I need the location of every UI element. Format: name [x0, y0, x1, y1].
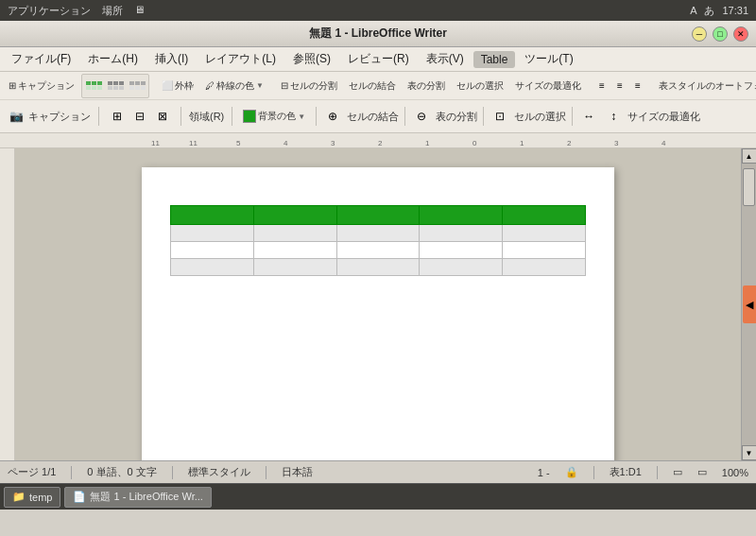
table-layout-icon-3[interactable]: ⊠ — [152, 106, 173, 127]
table-cell[interactable] — [420, 206, 503, 225]
table-row — [171, 225, 586, 242]
table-cell[interactable] — [336, 206, 420, 225]
table-cell[interactable] — [336, 225, 420, 242]
zoom-level-icon-1: ▭ — [673, 466, 682, 478]
table-layout-icon-1[interactable]: ⊞ — [107, 106, 128, 127]
align-left-btn[interactable]: ≡ — [593, 78, 610, 95]
split-label-text: 表の分割 — [436, 110, 477, 124]
table-grid-icon-2 — [108, 81, 124, 90]
zoom-level: 100% — [722, 467, 748, 478]
merge-label-text: セルの結合 — [347, 110, 399, 124]
optimize-size-label: サイズの最適化 — [515, 79, 581, 93]
table-cell[interactable] — [420, 259, 503, 276]
document-area[interactable] — [15, 148, 741, 460]
cell-split-button[interactable]: ⊟ セルの分割 — [276, 77, 342, 95]
menu-tools[interactable]: ツール(T) — [517, 49, 580, 69]
caption-large-icon[interactable]: 📷 — [6, 106, 26, 127]
menu-references[interactable]: 参照(S) — [285, 49, 338, 69]
menu-file[interactable]: ファイル(F) — [4, 49, 78, 69]
input-method[interactable]: あ — [704, 4, 714, 18]
toolbar2-sep-2 — [180, 107, 181, 126]
page-info: ページ 1/1 — [8, 465, 56, 479]
window-title: 無題 1 - LibreOffice Writer — [309, 26, 447, 42]
toolbar2-sep-5 — [404, 107, 405, 126]
document-table[interactable] — [170, 205, 586, 276]
toolbar2-sep-7 — [572, 107, 573, 126]
optimize-label-text: サイズの最適化 — [627, 110, 700, 124]
table-cell[interactable] — [420, 242, 503, 259]
system-icon: 🖥 — [134, 4, 145, 18]
status-sep-2 — [172, 466, 173, 479]
bg-dropdown-arrow: ▼ — [298, 112, 305, 121]
table-layout-icon-2[interactable]: ⊟ — [129, 106, 150, 127]
taskbar-item-writer[interactable]: 📄 無題 1 - LibreOffice Wr... — [64, 487, 211, 508]
table-cell[interactable] — [420, 225, 503, 242]
table-icon-3[interactable] — [127, 76, 147, 96]
border-color-label: 枠線の色 — [216, 79, 254, 93]
caption-text-label: キャプション — [28, 110, 91, 124]
app-menu[interactable]: アプリケーション — [8, 4, 91, 18]
table-cell[interactable] — [253, 225, 336, 242]
table-cell[interactable] — [336, 242, 420, 259]
maximize-button[interactable]: □ — [713, 26, 728, 42]
border-color-button[interactable]: 🖊 枠線の色 ▼ — [200, 77, 268, 95]
menu-view[interactable]: 表示(V) — [419, 49, 472, 69]
right-panel-toggle[interactable]: ◀ — [743, 285, 756, 323]
style-name: 標準スタイル — [188, 465, 250, 479]
system-bar-left: アプリケーション 場所 🖥 — [8, 4, 145, 18]
minimize-button[interactable]: ─ — [692, 26, 707, 42]
auto-format-button[interactable]: 表スタイルのオートフォーマット — [654, 77, 756, 95]
table-cell[interactable] — [171, 242, 254, 259]
right-panel-icon: ◀ — [746, 299, 753, 311]
status-sep-4 — [593, 466, 594, 479]
align-right-btn[interactable]: ≡ — [629, 78, 646, 95]
menu-layout[interactable]: レイアウト(L) — [198, 49, 284, 69]
table-cell[interactable] — [253, 206, 336, 225]
scroll-down-button[interactable]: ▼ — [742, 445, 757, 460]
table-icon-1[interactable] — [83, 76, 104, 96]
align-center-btn[interactable]: ≡ — [611, 78, 628, 95]
table-cell[interactable] — [171, 259, 254, 276]
border-color-icon: 🖊 — [205, 80, 215, 91]
table-cell[interactable] — [503, 225, 586, 242]
main-area: ▲ ▼ ◀ — [0, 148, 756, 460]
places-menu[interactable]: 場所 — [102, 4, 123, 18]
scroll-thumb[interactable] — [743, 168, 755, 206]
optimize-icon-2[interactable]: ↕ — [603, 106, 624, 127]
region-label: 領域(R) — [189, 110, 224, 124]
cell-merge-button[interactable]: セルの結合 — [344, 77, 401, 95]
taskbar-item-folder[interactable]: 📁 temp — [4, 487, 60, 508]
toolbar2-sep-6 — [483, 107, 484, 126]
cell-select-button[interactable]: セルの選択 — [452, 77, 508, 95]
menu-table[interactable]: Table — [473, 51, 516, 68]
menu-home[interactable]: ホーム(H) — [80, 49, 146, 69]
table-cell[interactable] — [503, 259, 586, 276]
horizontal-ruler: 11 11 5 4 3 2 1 0 1 2 3 4 — [0, 133, 756, 148]
caption-button[interactable]: ⊞ キャプション — [4, 77, 79, 95]
table-row — [171, 206, 586, 225]
background-color-button[interactable]: 背景の色 ▼ — [238, 107, 310, 126]
split-icon[interactable]: ⊖ — [411, 106, 432, 127]
table-cell[interactable] — [253, 259, 336, 276]
optimize-size-button[interactable]: サイズの最適化 — [510, 77, 586, 95]
table-cell[interactable] — [253, 242, 336, 259]
table-icon-2[interactable] — [105, 76, 126, 96]
table-cell[interactable] — [171, 225, 254, 242]
optimize-icon-1[interactable]: ↔ — [578, 106, 599, 127]
vertical-scrollbar[interactable]: ▲ ▼ ◀ — [741, 148, 756, 460]
select-icon[interactable]: ⊡ — [490, 106, 510, 127]
table-split-button[interactable]: 表の分割 — [403, 77, 450, 95]
region-section: 領域(R) — [187, 110, 226, 124]
table-cell[interactable] — [503, 242, 586, 259]
close-button[interactable]: ✕ — [733, 26, 748, 42]
table-cell[interactable] — [171, 206, 254, 225]
toolbar2-sep-3 — [232, 107, 232, 126]
menu-insert[interactable]: 挿入(I) — [147, 49, 196, 69]
table-cell[interactable] — [336, 259, 420, 276]
merge-icon[interactable]: ⊕ — [322, 106, 343, 127]
menu-review[interactable]: レビュー(R) — [340, 49, 417, 69]
table-cell[interactable] — [503, 206, 586, 225]
scroll-up-button[interactable]: ▲ — [742, 148, 757, 164]
border-outer-button[interactable]: ⬜ 外枠 — [157, 77, 198, 95]
status-sep-1 — [71, 466, 72, 479]
